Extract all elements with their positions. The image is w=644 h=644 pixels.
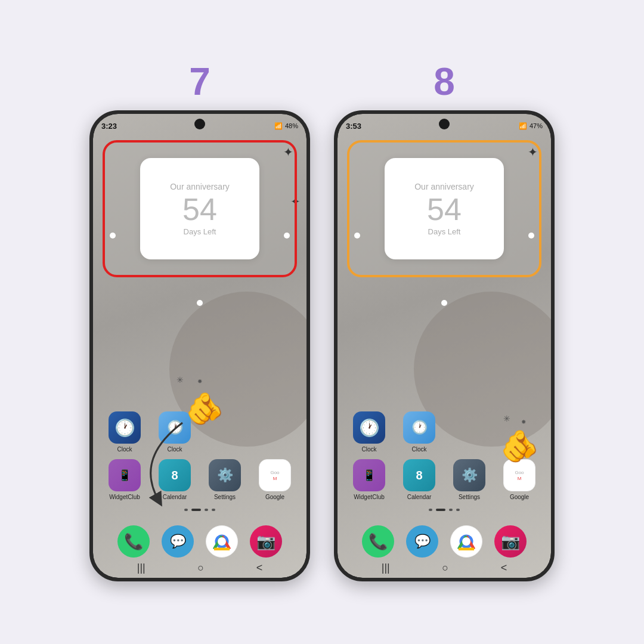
dock-msg-7[interactable]: 💬 [162,525,194,558]
app-grid-row2-8: 📱 WidgetClub 8 Calendar ⚙️ Settings Goo [338,459,551,500]
handle-right-8 [528,233,534,239]
handle-left-8 [354,233,360,239]
app-widgetclub-8[interactable]: 📱 WidgetClub [348,459,390,500]
app-empty1-8 [448,411,490,453]
calendar-icon-8[interactable]: 8 [403,459,435,491]
svg-point-2 [218,537,226,546]
step-8-number: 8 [434,63,455,101]
handle-bottom-8 [441,300,447,306]
dot2-8 [436,509,445,511]
dock-chrome-7[interactable] [206,525,238,558]
dock-dots-8 [429,509,460,511]
widget-number-8: 54 [427,194,462,225]
app-calendar-8[interactable]: 8 Calendar [398,459,440,500]
app-empty2-7 [254,411,296,453]
nav-home-8[interactable]: ○ [442,562,448,574]
google-icon-7[interactable]: Goo M [259,459,291,491]
tap-group-8: ✳ ✸ 🫵 [500,431,539,462]
wifi-icon-7: 📶 [274,122,283,130]
widget-area-7[interactable]: Our anniversary 54 Days Left [103,140,297,277]
battery-7: 48% [285,122,298,129]
widget-subtitle-7: Days Left [184,227,216,236]
dock-8: 📞 💬 📷 [362,525,527,558]
step-7: 7 3:23 📶 48% [89,63,310,581]
nav-home-7[interactable]: ○ [197,562,204,574]
clock-dark-icon-8[interactable]: 🕐 [353,411,385,444]
clock-light-label-8: Clock [411,446,426,453]
app-google-8[interactable]: Goo M Google [499,459,540,500]
step-8: 8 3:53 📶 47% [334,63,555,581]
dock-msg-8[interactable]: 💬 [406,525,438,558]
calendar-label-8: Calendar [407,494,432,500]
dot1-8 [429,509,432,511]
status-icons-7: 📶 48% [274,122,298,130]
widgetclub-icon-8[interactable]: 📱 [353,459,385,491]
dot3-8 [449,509,453,511]
settings-icon-8[interactable]: ⚙️ [453,459,485,491]
clock-dark-label-8: Clock [361,446,376,453]
nav-back-7[interactable]: < [256,562,263,574]
widget-subtitle-8: Days Left [428,227,461,236]
google-label-8: Google [510,494,529,500]
sparkle-tr-8: ✦ [528,145,538,159]
status-time-7: 3:23 [101,122,117,131]
phone-7: 3:23 📶 48% Our anniversary [89,110,310,581]
widget-title-8: Our anniversary [414,182,474,191]
sparkle-mr-7: ✦ [290,194,301,209]
status-time-8: 3:53 [346,122,361,131]
wifi-icon-8: 📶 [519,122,527,130]
step-7-number: 7 [189,63,210,101]
google-icon-8[interactable]: Goo M [503,459,535,491]
widgetclub-label-8: WidgetClub [354,494,385,500]
screen-7: 3:23 📶 48% Our anniversary [93,114,306,578]
dock-chrome-8[interactable] [450,525,482,558]
phone-8: 3:53 📶 47% Our anniversary [334,110,555,581]
handle-left-7 [110,233,116,239]
clock-light-icon-8[interactable]: 🕐 [403,411,435,444]
dock-camera-7[interactable]: 📷 [250,525,282,558]
dot4-8 [456,509,460,511]
app-clock-dark-8[interactable]: 🕐 Clock [348,411,390,453]
dock-phone-8[interactable]: 📞 [362,525,394,558]
handle-right-7 [284,233,290,239]
nav-menu-8[interactable]: ||| [382,562,390,574]
status-icons-8: 📶 47% [519,122,543,130]
dock-phone-7[interactable]: 📞 [117,525,150,558]
nav-back-8[interactable]: < [501,562,507,574]
notch-7 [194,119,205,129]
hand-cursor-8: 🫵 [500,429,539,463]
app-settings-8[interactable]: ⚙️ Settings [448,459,490,500]
tap-group-7: ✳ ✸ 🫵 [185,393,224,424]
handle-top-8 [441,169,447,175]
notch-8 [439,119,450,129]
screen-8: 3:53 📶 47% Our anniversary [338,114,551,578]
nav-bar-8: ||| ○ < [338,558,551,578]
hand-cursor-7: 🫵 [185,391,224,426]
arrow-7 [123,399,242,518]
handle-top-7 [197,169,203,175]
dock-camera-8[interactable]: 📷 [494,525,527,558]
app-google-7[interactable]: Goo M Google [254,459,296,500]
nav-menu-7[interactable]: ||| [137,562,145,574]
widget-area-8[interactable]: Our anniversary 54 Days Left [347,140,541,277]
svg-point-5 [462,537,470,546]
settings-label-8: Settings [459,494,480,500]
main-container: 7 3:23 📶 48% [54,39,590,605]
nav-bar-7: ||| ○ < [93,558,306,578]
app-clock-light-8[interactable]: 🕐 Clock [398,411,440,453]
dock-7: 📞 💬 📷 [117,525,282,558]
google-label-7: Google [265,494,284,500]
battery-8: 47% [530,122,543,129]
widget-title-7: Our anniversary [170,182,230,191]
handle-bottom-7 [197,300,203,306]
sparkle-tr-7: ✦ [283,145,293,159]
widget-number-7: 54 [182,194,217,225]
